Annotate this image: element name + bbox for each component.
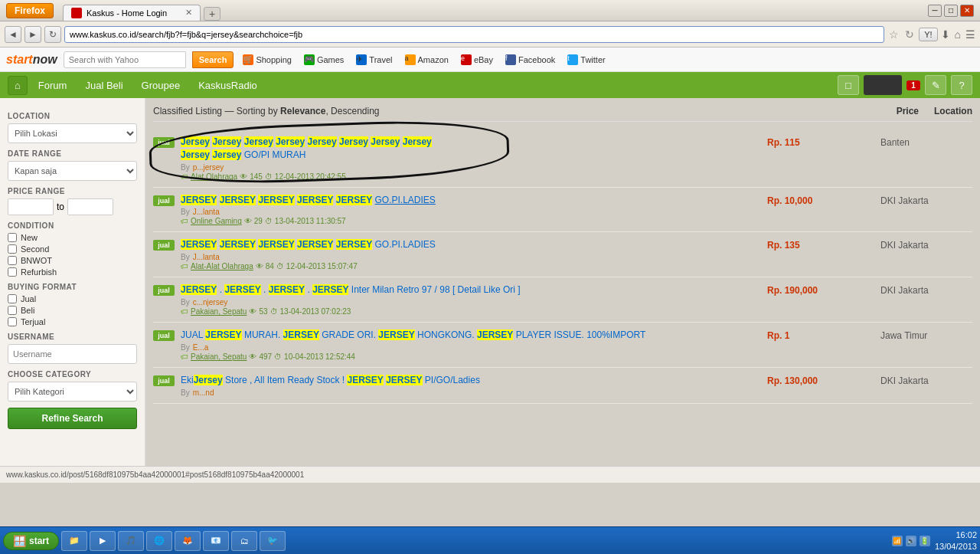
download-icon[interactable]: ⬇ — [941, 28, 950, 41]
tab-close-button[interactable]: ✕ — [185, 8, 192, 18]
username-input[interactable] — [8, 344, 137, 364]
new-tab-button[interactable]: + — [204, 7, 220, 21]
highlight-text: JERSEY — [336, 195, 372, 205]
home-icon[interactable]: ⌂ — [955, 28, 961, 41]
taskbar-app-email[interactable]: 📧 — [203, 531, 229, 551]
clock-icon: ⏱ — [274, 352, 282, 361]
start-button[interactable]: 🪟 start — [3, 532, 59, 550]
nav-kaskusradio[interactable]: KaskusRadio — [191, 77, 265, 94]
settings-icon[interactable]: ☰ — [965, 28, 975, 41]
category-text[interactable]: Pakaian, Sepatu — [191, 307, 247, 316]
highlight-text: JERSEY — [258, 239, 294, 250]
kaskus-home-button[interactable]: ⌂ — [8, 76, 28, 95]
games-link[interactable]: 🎮 Games — [301, 53, 347, 67]
listing-title-link[interactable]: JERSEY JERSEY JERSEY JERSEY JERSEY GO.PI… — [181, 238, 761, 251]
buying-terjual-checkbox[interactable] — [8, 317, 17, 326]
listing-user[interactable]: c...njersey — [193, 298, 228, 307]
refresh-icon[interactable]: ↻ — [903, 27, 916, 42]
taskbar-app-music[interactable]: 🎵 — [118, 531, 144, 551]
taskbar-app-files[interactable]: 📁 — [61, 531, 87, 551]
kaskus-nav-right: □ 1 ✎ ? — [838, 75, 972, 95]
listing-price: Rp. 1 — [767, 329, 874, 341]
travel-link[interactable]: ✈ Travel — [353, 53, 395, 67]
highlight-text: JERSEY — [220, 239, 256, 250]
buying-beli-checkbox[interactable] — [8, 306, 17, 315]
help-nav-button[interactable]: ? — [951, 75, 972, 95]
highlight-text: Jersey — [276, 136, 305, 147]
price-range-row: to — [8, 198, 137, 215]
category-text[interactable]: Alat-Alat Olahraga — [191, 262, 253, 270]
highlight-text: Jersey — [181, 136, 210, 147]
ebay-icon: e — [461, 54, 472, 65]
listing-user[interactable]: J...lanta — [193, 208, 220, 216]
minimize-button[interactable]: ─ — [928, 5, 942, 17]
nav-groupee[interactable]: Groupee — [134, 77, 188, 94]
user-avatar-area[interactable] — [864, 75, 902, 95]
clock-icon: ⏱ — [265, 217, 273, 225]
listing-title-link[interactable]: JERSEY . JERSEY . JERSEY . JERSEY Inter … — [181, 284, 761, 297]
taskbar-app-media[interactable]: ▶ — [90, 531, 116, 551]
date-section-title: DATE RANGE — [8, 149, 137, 158]
maximize-button[interactable]: □ — [944, 5, 958, 17]
reload-button[interactable]: ↻ — [44, 26, 61, 43]
status-url: www.kaskus.co.id/post/5168df810975b4aa42… — [6, 470, 304, 479]
ebay-link[interactable]: e eBay — [458, 53, 496, 67]
listing-date: 10-04-2013 12:52:44 — [284, 352, 355, 361]
price-min-input[interactable] — [8, 198, 54, 215]
listing-title-link[interactable]: JUAL JERSEY MURAH. JERSEY GRADE ORI. JER… — [181, 329, 761, 342]
listing-user[interactable]: m...nd — [193, 388, 214, 397]
highlight-text: Jersey — [212, 136, 241, 147]
condition-new-checkbox[interactable] — [8, 233, 17, 242]
bookmark-star-icon[interactable]: ☆ — [887, 27, 900, 42]
taskbar-app-firefox[interactable]: 🦊 — [175, 531, 201, 551]
category-text[interactable]: Pakaian, Sepatu — [191, 352, 247, 361]
search-nav-button[interactable]: □ — [838, 75, 859, 95]
price-max-input[interactable] — [67, 198, 113, 215]
highlight-text: JERSEY — [258, 195, 294, 205]
condition-refurbish-checkbox[interactable] — [8, 267, 17, 277]
taskbar-app-chrome[interactable]: 🌐 — [146, 531, 172, 551]
listing-meta: By c...njersey — [181, 298, 761, 307]
nav-forum[interactable]: Forum — [31, 77, 75, 94]
close-button[interactable]: ✕ — [960, 5, 974, 17]
edit-nav-button[interactable]: ✎ — [925, 75, 946, 95]
listing-title-link[interactable]: EkiJersey Store , All Item Ready Stock !… — [181, 374, 761, 387]
twitter-link[interactable]: t Twitter — [564, 53, 608, 67]
listing-user[interactable]: p...jersey — [193, 163, 224, 172]
refine-search-button[interactable]: Refine Search — [8, 408, 137, 429]
url-bar[interactable] — [64, 26, 884, 43]
condition-bnwot-checkbox[interactable] — [8, 256, 17, 265]
listing-title-link[interactable]: JERSEY JERSEY JERSEY JERSEY JERSEY GO.PI… — [181, 194, 761, 207]
taskbar-time-display: 16:02 — [935, 529, 977, 540]
category-text[interactable]: Alat Olahraga — [191, 172, 237, 181]
forward-button[interactable]: ► — [24, 26, 41, 43]
media-icon: ▶ — [96, 535, 109, 547]
date-select[interactable]: Kapan saja — [8, 161, 137, 181]
category-select[interactable]: Pilih Kategori — [8, 382, 137, 402]
browser-tab-active[interactable]: Kaskus - Home Login ✕ — [63, 5, 201, 21]
notification-badge[interactable]: 1 — [906, 80, 920, 90]
listing-user[interactable]: E...a — [193, 343, 209, 352]
amazon-label: Amazon — [418, 55, 449, 64]
condition-second-checkbox[interactable] — [8, 244, 17, 254]
category-text[interactable]: Online Gaming — [191, 217, 242, 225]
location-select[interactable]: Pilih Lokasi — [8, 123, 137, 143]
listing-user[interactable]: J...lanta — [193, 253, 220, 261]
listing-content: JERSEY . JERSEY . JERSEY . JERSEY Inter … — [181, 284, 761, 316]
yahoo-search-button[interactable]: Search — [192, 51, 234, 68]
taskbar-app-files2[interactable]: 🗂 — [231, 531, 257, 551]
listing-title-link[interactable]: Jersey Jersey Jersey Jersey Jersey Jerse… — [181, 136, 761, 162]
taskbar-app-twitter[interactable]: 🐦 — [260, 531, 286, 551]
facebook-link[interactable]: f Facebook — [502, 53, 558, 67]
shopping-link[interactable]: 🛒 Shopping — [240, 53, 295, 67]
files-icon: 📁 — [68, 535, 80, 547]
nav-jual-beli[interactable]: Jual Beli — [77, 77, 130, 94]
firefox-menu-button[interactable]: Firefox — [6, 3, 54, 18]
yahoo-search-input[interactable] — [64, 51, 186, 68]
clock-icon: ⏱ — [265, 172, 273, 181]
buying-jual-checkbox[interactable] — [8, 294, 17, 303]
back-button[interactable]: ◄ — [5, 26, 21, 43]
amazon-link[interactable]: a Amazon — [402, 53, 452, 67]
jual-badge: jual — [153, 375, 175, 386]
yahoo-search-button[interactable]: Y! — [919, 28, 937, 41]
